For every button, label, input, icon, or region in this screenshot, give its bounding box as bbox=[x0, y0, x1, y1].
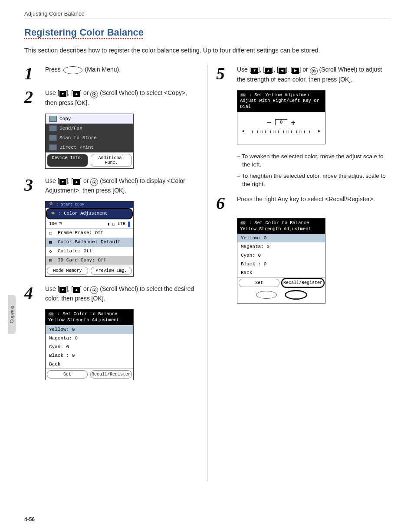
step-5: 5 Use [▼], [▲], [◀], [▶] or ◉ (Scroll Wh… bbox=[216, 65, 390, 84]
adjustment-notes: To weaken the selected color, move the a… bbox=[237, 152, 390, 189]
row-back-2: Back bbox=[237, 268, 325, 277]
row-color-balance: Color Balance: Default bbox=[58, 239, 121, 245]
row-cyan: Cyan: 0 bbox=[46, 343, 133, 351]
status-strip: 100 % ▮ ▢ LTR bbox=[46, 220, 133, 228]
up-arrow-icon: ▲ bbox=[265, 68, 272, 74]
menu-direct: Direct Print bbox=[59, 145, 94, 150]
any-key-right-icon bbox=[286, 291, 306, 299]
directprint-icon bbox=[49, 144, 57, 150]
row-black: Black : 0 bbox=[46, 351, 133, 360]
screenshot-main-menu: Copy Send/Fax Scan to Store Direct Print… bbox=[45, 114, 134, 169]
page: Adjusting Color Balance Registering Colo… bbox=[0, 0, 414, 481]
step1-text-b: (Main Menu). bbox=[85, 66, 121, 73]
device-info-button: Device Info. bbox=[47, 154, 88, 167]
paper-size: LTR bbox=[118, 222, 125, 226]
plus-icon: + bbox=[291, 119, 296, 127]
color-adjustment-header: OK : Color Adjustment bbox=[46, 208, 133, 219]
up-arrow-icon: ▲ bbox=[73, 179, 80, 185]
step-3: 3 Use [▼], [▲] or ◉ (Scroll Wheel) to di… bbox=[24, 176, 198, 196]
scan-icon bbox=[49, 135, 57, 141]
screenshot-set-color-balance: OK : Set Color to BalanceYellow Strength… bbox=[45, 309, 134, 380]
row-yellow-2: Yellow: 0 bbox=[237, 234, 325, 242]
row-frame-erase: Frame Erase: Off bbox=[58, 230, 104, 235]
recall-register-button: Recall/Register bbox=[90, 370, 132, 379]
menu-scan: Scan to Store bbox=[59, 135, 97, 140]
step-2: 2 Use [▼], [▲] or ◉ (Scroll Wheel) to se… bbox=[24, 88, 198, 108]
scroll-wheel-icon: ◉ bbox=[90, 178, 98, 186]
row-back: Back bbox=[46, 360, 133, 369]
step1-text-a: Press bbox=[45, 66, 62, 73]
start-copy-label: ⦿ : Start Copy bbox=[46, 202, 133, 208]
level-indicator-icon bbox=[128, 222, 130, 227]
section-title: Registering Color Balance bbox=[24, 27, 390, 38]
slider-value: 0 bbox=[275, 119, 288, 125]
row-magenta: Magenta: 0 bbox=[46, 334, 133, 343]
step-1: 1 Press (Main Menu). bbox=[24, 65, 198, 82]
row-collate: Collate: Off bbox=[58, 248, 92, 254]
up-arrow-icon: ▲ bbox=[73, 287, 80, 293]
slider-track bbox=[252, 131, 310, 133]
set-color-header-2: OK : Set Color to BalanceYellow Strength… bbox=[237, 219, 325, 234]
yellow-adj-header: OK : Set Yellow AdjustmentAdjust with Ri… bbox=[237, 91, 325, 112]
mode-memory-button: Mode Memory bbox=[47, 267, 88, 275]
row-cyan-2: Cyan: 0 bbox=[237, 251, 325, 260]
step-number: 5 bbox=[216, 65, 237, 82]
row-magenta-2: Magenta: 0 bbox=[237, 242, 325, 251]
step-number: 1 bbox=[24, 65, 45, 82]
menu-copy: Copy bbox=[59, 116, 71, 121]
zoom-value: 100 % bbox=[49, 222, 62, 226]
preview-img-button: Preview Img. bbox=[91, 267, 132, 275]
down-arrow-icon: ▼ bbox=[59, 91, 66, 97]
any-key-left-icon bbox=[256, 291, 277, 299]
down-arrow-icon: ▼ bbox=[59, 287, 66, 293]
row-idcard: ID Card Copy: Off bbox=[58, 258, 106, 263]
screenshot-yellow-adjustment: OK : Set Yellow AdjustmentAdjust with Ri… bbox=[237, 90, 325, 144]
page-number: 4-56 bbox=[24, 516, 35, 522]
note-heighten: To heighten the selected color, move the… bbox=[237, 172, 390, 189]
right-column: 5 Use [▼], [▲], [◀], [▶] or ◉ (Scroll Wh… bbox=[207, 65, 390, 481]
right-arrow-icon: ▶ bbox=[292, 68, 299, 74]
step-6: 6 Press the right Any key to select <Rec… bbox=[216, 195, 390, 212]
step-4: 4 Use [▼], [▲] or ◉ (Scroll Wheel) to se… bbox=[24, 284, 198, 304]
step-number: 3 bbox=[24, 176, 45, 194]
left-column: 1 Press (Main Menu). 2 Use [▼], [▲] or ◉… bbox=[24, 65, 207, 481]
screenshot-color-adjustment: ⦿ : Start Copy OK : Color Adjustment 100… bbox=[45, 201, 134, 277]
scroll-wheel-icon: ◉ bbox=[90, 286, 98, 294]
intro-text: This section describes how to register t… bbox=[24, 46, 390, 55]
down-arrow-icon: ▼ bbox=[251, 68, 258, 74]
set-color-header: OK : Set Color to BalanceYellow Strength… bbox=[46, 310, 133, 325]
additional-func-button: Additional Func. bbox=[91, 154, 132, 167]
side-tab-label: Copying bbox=[9, 306, 14, 323]
menu-sendfax: Send/Fax bbox=[59, 126, 82, 131]
screenshot-recall-register: OK : Set Color to BalanceYellow Strength… bbox=[237, 218, 325, 304]
running-head: Adjusting Color Balance bbox=[24, 10, 390, 19]
step-number: 4 bbox=[24, 284, 45, 302]
sendfax-icon bbox=[49, 125, 57, 131]
set-button: Set bbox=[47, 370, 88, 379]
recall-register-button-highlighted: Recall/Register bbox=[282, 279, 324, 287]
row-yellow: Yellow: 0 bbox=[46, 325, 133, 334]
left-arrow-icon: ◀ bbox=[279, 68, 286, 74]
up-arrow-icon: ▲ bbox=[73, 91, 80, 97]
set-button-2: Set bbox=[239, 279, 279, 287]
step6-text: Press the right Any key to select <Recal… bbox=[237, 195, 390, 204]
main-menu-button-icon bbox=[63, 66, 82, 74]
row-black-2: Black : 0 bbox=[237, 260, 325, 268]
copy-icon bbox=[49, 116, 57, 122]
scroll-wheel-icon: ◉ bbox=[310, 67, 318, 75]
note-weaken: To weaken the selected color, move the a… bbox=[237, 152, 390, 169]
scroll-wheel-icon: ◉ bbox=[90, 91, 98, 98]
step-number: 6 bbox=[216, 195, 237, 212]
down-arrow-icon: ▼ bbox=[59, 179, 66, 185]
step-number: 2 bbox=[24, 88, 45, 106]
side-tab: Copying bbox=[8, 295, 16, 334]
minus-icon: − bbox=[267, 119, 272, 127]
